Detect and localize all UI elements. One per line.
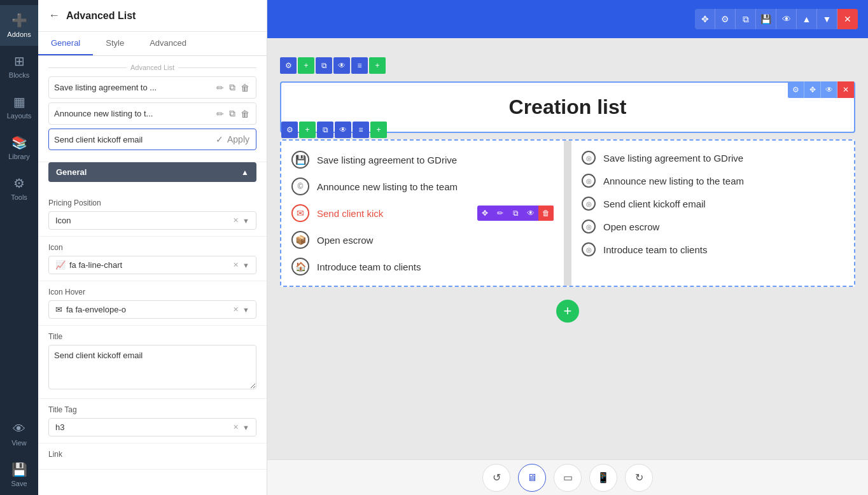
sidebar-item-label: Blocks [9, 71, 29, 79]
list-item-text-3: Send client kickoff email [54, 135, 214, 144]
list-copy-btn[interactable]: ⧉ [317, 122, 333, 138]
edit-icon-1[interactable]: ✏ [215, 81, 225, 94]
kickoff-move-btn[interactable]: ✥ [477, 206, 493, 221]
title-tag-clear[interactable]: ✕ [233, 423, 239, 431]
sidebar-item-label: Layouts [7, 112, 32, 120]
outer-copy-btn[interactable]: ⧉ [316, 57, 332, 74]
canvas-top-bar: ✥ ⚙ ⧉ 💾 👁 ▲ ▼ ✕ [267, 0, 868, 38]
icon-hover-field: Icon Hover ✉ fa fa-envelope-o ✕ ▼ [38, 281, 267, 326]
tab-general[interactable]: General [38, 32, 93, 55]
kickoff-copy-btn[interactable]: ⧉ [508, 206, 523, 221]
list-right-col: ◎ Save listing agreement to GDrive ◎ Ann… [571, 141, 854, 286]
move-btn[interactable]: ✥ [695, 9, 715, 29]
outer-nav-btn[interactable]: ≡ [351, 57, 368, 74]
right-item-introduce: ◎ Introduce team to clients [582, 242, 844, 256]
tab-style[interactable]: Style [93, 32, 137, 55]
icon-select[interactable]: 📈 fa fa-line-chart ✕ ▼ [48, 256, 256, 274]
down-btn[interactable]: ▼ [817, 9, 837, 29]
list-expand-btn[interactable]: + [370, 122, 387, 138]
icon-clear[interactable]: ✕ [233, 261, 239, 269]
general-section-header[interactable]: General ▲ [48, 162, 256, 182]
escrow-item-icon: 📦 [291, 231, 309, 249]
up-btn[interactable]: ▲ [797, 9, 817, 29]
title-settings-btn[interactable]: ⚙ [788, 81, 804, 98]
list-nav-btn[interactable]: ≡ [353, 122, 369, 138]
kickoff-delete-btn[interactable]: 🗑 [538, 206, 554, 221]
list-visibility-btn[interactable]: 👁 [335, 122, 351, 138]
list-add-btn[interactable]: + [299, 122, 316, 138]
kickoff-edit-btn[interactable]: ✏ [493, 206, 508, 221]
title-move-btn[interactable]: ✥ [804, 81, 821, 98]
icon-hover-arrow: ▼ [242, 306, 249, 314]
icon-hover-clear[interactable]: ✕ [233, 305, 239, 314]
title-textarea[interactable]: Send client kickoff email [48, 345, 256, 389]
back-button[interactable]: ← [48, 9, 60, 22]
introduce-item-text: Introduce team to clients [317, 261, 421, 272]
add-item-button[interactable]: + [556, 300, 579, 323]
desktop-button[interactable]: 🖥 [518, 464, 546, 492]
add-button-container: + [280, 293, 855, 329]
title-tag-label: Title Tag [48, 405, 256, 414]
sidebar-item-library[interactable]: 📚 Library [0, 127, 38, 168]
sidebar-item-view[interactable]: 👁 View [0, 414, 38, 454]
list-item-text-2: Announce new listing to t... [54, 109, 215, 118]
pricing-position-select[interactable]: Icon ✕ ▼ [48, 211, 256, 230]
title-tag-value: h3 [55, 422, 64, 432]
sidebar-item-save[interactable]: 💾 Save [0, 454, 38, 495]
view-icon: 👁 [13, 422, 25, 436]
sidebar-item-tools[interactable]: ⚙ Tools [0, 168, 38, 209]
edit-icon-2[interactable]: ✏ [215, 108, 225, 120]
settings-btn[interactable]: ⚙ [715, 9, 736, 29]
sidebar-item-blocks[interactable]: ⊞ Blocks [0, 46, 38, 87]
copy-icon-2[interactable]: ⧉ [228, 107, 237, 120]
outer-settings-btn[interactable]: ⚙ [280, 57, 297, 74]
icon-hover-select[interactable]: ✉ fa fa-envelope-o ✕ ▼ [48, 300, 256, 319]
title-delete-btn[interactable]: ✕ [837, 81, 854, 98]
icon-field-label: Icon [48, 243, 256, 252]
check-icon: ✓ [214, 133, 225, 146]
icon-preview: 📈 [55, 260, 66, 270]
list-settings-btn[interactable]: ⚙ [281, 122, 298, 138]
kickoff-visibility-btn[interactable]: 👁 [523, 206, 538, 221]
visibility-btn[interactable]: 👁 [776, 9, 797, 29]
sidebar-item-addons[interactable]: ➕ Addons [0, 5, 38, 46]
mobile-button[interactable]: 📱 [589, 464, 617, 492]
list-item-announce: © Announce new listing to the team [291, 178, 554, 195]
list-item-row-2[interactable]: Announce new listing to t... ✏ ⧉ 🗑 [48, 102, 256, 125]
library-icon: 📚 [11, 135, 27, 150]
icon-hover-value: fa fa-envelope-o [66, 305, 126, 314]
list-item-actions-2: ✏ ⧉ 🗑 [215, 107, 251, 120]
list-item-row-3[interactable]: Send client kickoff email ✓ Apply [48, 129, 256, 150]
outer-visibility-btn[interactable]: 👁 [333, 57, 350, 74]
list-item-kickoff-wrapper: ✉ Send client kick ✥ ✏ ⧉ 👁 🗑 [291, 204, 554, 222]
icon-hover-label: Icon Hover [48, 288, 256, 296]
blocks-icon: ⊞ [14, 53, 25, 69]
redo-button[interactable]: ↻ [625, 464, 653, 492]
pricing-position-clear[interactable]: ✕ [233, 216, 239, 225]
title-visibility-btn[interactable]: 👁 [821, 81, 837, 98]
tab-advanced[interactable]: Advanced [137, 32, 199, 55]
pricing-position-value: Icon [55, 216, 71, 225]
delete-icon-2[interactable]: 🗑 [239, 108, 251, 120]
delete-icon-1[interactable]: 🗑 [239, 81, 251, 94]
save-icon: 💾 [11, 462, 27, 477]
list-item-row-1[interactable]: Save listing agreement to ... ✏ ⧉ 🗑 [48, 76, 256, 99]
title-tag-select[interactable]: h3 ✕ ▼ [48, 418, 256, 436]
pricing-position-label: Pricing Position [48, 199, 256, 207]
col-resize-handle[interactable] [566, 141, 571, 286]
sidebar-item-layouts[interactable]: ▦ Layouts [0, 87, 38, 127]
apply-button[interactable]: ✓ Apply [214, 133, 251, 146]
outer-add-btn[interactable]: + [298, 57, 314, 74]
copy-btn[interactable]: ⧉ [736, 9, 756, 29]
layouts-icon: ▦ [13, 94, 25, 109]
delete-btn[interactable]: ✕ [837, 9, 858, 29]
outer-expand-btn[interactable]: + [369, 57, 386, 74]
copy-icon-1[interactable]: ⧉ [228, 81, 237, 94]
settings-panel: ← Advanced List General Style Advanced A… [38, 0, 267, 495]
undo-button[interactable]: ↺ [482, 464, 510, 492]
kickoff-item-icon: ✉ [291, 204, 309, 222]
tablet-button[interactable]: ▭ [554, 464, 582, 492]
title-tag-arrow: ▼ [242, 424, 249, 431]
save-btn[interactable]: 💾 [756, 9, 776, 29]
right-introduce-text: Introduce team to clients [603, 244, 707, 255]
